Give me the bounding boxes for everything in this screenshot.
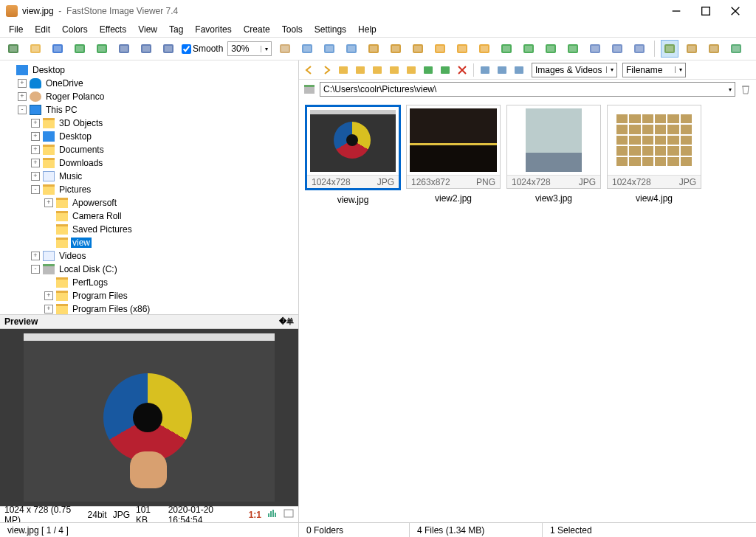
expand-icon[interactable]: +: [31, 145, 40, 154]
fit-button[interactable]: [159, 40, 177, 58]
undo-button[interactable]: [71, 40, 89, 58]
expand-icon[interactable]: +: [18, 92, 27, 101]
sharpen-button[interactable]: [475, 40, 493, 58]
tree-item-desktop[interactable]: Desktop: [1, 63, 298, 77]
menu-help[interactable]: Help: [354, 23, 381, 36]
contrast-button[interactable]: [453, 40, 471, 58]
path-input[interactable]: C:\Users\coolr\Pictures\view\ ▾: [320, 82, 735, 97]
menu-colors[interactable]: Colors: [58, 23, 92, 36]
tree-item-local-disk-c-[interactable]: -Local Disk (C:): [1, 263, 298, 276]
preview-area[interactable]: [0, 329, 298, 506]
menu-edit[interactable]: Edit: [30, 23, 55, 36]
smooth-checkbox[interactable]: Smooth: [182, 44, 223, 54]
save-button[interactable]: [49, 40, 66, 58]
view-list-button[interactable]: [495, 63, 509, 77]
minimize-button[interactable]: [662, 0, 691, 22]
expand-icon[interactable]: -: [18, 105, 27, 114]
expand-icon[interactable]: +: [31, 132, 40, 141]
clone-button[interactable]: [365, 40, 382, 58]
text-button[interactable]: [387, 40, 405, 58]
copy-to-button[interactable]: [387, 63, 402, 77]
maximize-button[interactable]: [691, 0, 721, 22]
tree-item-onedrive[interactable]: +OneDrive: [1, 77, 298, 90]
crop-button[interactable]: [298, 40, 316, 58]
forward-button[interactable]: [319, 63, 334, 77]
preview-header[interactable]: Preview �单: [0, 314, 298, 329]
expand-icon[interactable]: +: [31, 252, 40, 260]
menu-effects[interactable]: Effects: [95, 23, 131, 36]
thumbnail-view-jpg[interactable]: 1024x728JPGview.jpg: [305, 105, 401, 205]
zoom-out-button[interactable]: [137, 40, 155, 58]
menu-file[interactable]: File: [4, 23, 27, 36]
tree-item-camera-roll[interactable]: Camera Roll: [1, 209, 298, 223]
tree-item-documents[interactable]: +Documents: [1, 143, 298, 156]
recycle-bin-icon[interactable]: [738, 82, 753, 97]
thumbnail-grid[interactable]: 1024x728JPGview.jpg1263x872PNGview2.jpg1…: [299, 99, 756, 522]
canvas-button[interactable]: [343, 40, 360, 58]
expand-icon[interactable]: +: [31, 119, 40, 128]
refresh-button[interactable]: [353, 63, 368, 77]
expand-icon[interactable]: +: [18, 79, 27, 88]
compare-button[interactable]: [630, 40, 648, 58]
menu-tag[interactable]: Tag: [165, 23, 188, 36]
tree-item-perflogs[interactable]: PerfLogs: [1, 276, 298, 289]
tree-item-downloads[interactable]: +Downloads: [1, 156, 298, 170]
histogram-icon[interactable]: [267, 509, 278, 520]
menu-create[interactable]: Create: [239, 23, 275, 36]
tree-item-music[interactable]: +Music: [1, 170, 298, 183]
menu-settings[interactable]: Settings: [310, 23, 351, 36]
up-button[interactable]: [336, 63, 351, 77]
print-button[interactable]: [586, 40, 604, 58]
expand-icon[interactable]: +: [44, 198, 53, 207]
slideshow-button[interactable]: [608, 40, 626, 58]
folder-tree[interactable]: Desktop+OneDrive+Roger Polanco-This PC+3…: [0, 60, 298, 314]
fit-window-button[interactable]: [727, 40, 745, 58]
move-to-button[interactable]: [404, 63, 419, 77]
rotate-left-button[interactable]: [498, 40, 515, 58]
redo-button[interactable]: [93, 40, 111, 58]
expand-icon[interactable]: +: [31, 159, 40, 167]
new-folder-button[interactable]: [370, 63, 385, 77]
tree-item-view[interactable]: view: [1, 236, 298, 249]
sort_by-combo[interactable]: Filename▾: [622, 63, 686, 77]
adjust-color-button[interactable]: [409, 40, 427, 58]
tree-item-saved-pictures[interactable]: Saved Pictures: [1, 223, 298, 236]
preview-zoom-ratio[interactable]: 1:1: [249, 510, 261, 520]
favorites-button[interactable]: [421, 63, 436, 77]
zoom-combo[interactable]: 30%▾: [227, 41, 272, 56]
tree-item-apowersoft[interactable]: +Apowersoft: [1, 196, 298, 209]
filter-combo[interactable]: Images & Videos▾: [532, 63, 617, 77]
tree-item-this-pc[interactable]: -This PC: [1, 103, 298, 117]
view-large-button[interactable]: [478, 63, 492, 77]
tree-item-pictures[interactable]: -Pictures: [1, 183, 298, 196]
tree-item-program-files[interactable]: +Program Files: [1, 289, 298, 302]
resize-button[interactable]: [320, 40, 338, 58]
expand-icon[interactable]: +: [31, 172, 40, 181]
zoom-in-button[interactable]: [115, 40, 133, 58]
collapse-icon[interactable]: �单: [279, 316, 294, 327]
tree-item-program-files-x86-[interactable]: +Program Files (x86): [1, 302, 298, 314]
expand-icon[interactable]: +: [44, 291, 53, 300]
sun-button[interactable]: [431, 40, 449, 58]
flip-h-button[interactable]: [564, 40, 582, 58]
fit-icon[interactable]: [284, 509, 294, 520]
path-dropdown-icon[interactable]: ▾: [729, 86, 732, 93]
fullscreen-button[interactable]: [705, 40, 723, 58]
close-button[interactable]: [721, 0, 750, 22]
rotate-right-button[interactable]: [520, 40, 537, 58]
menu-view[interactable]: View: [134, 23, 162, 36]
drive-icon[interactable]: [302, 82, 317, 97]
tree-item-3d-objects[interactable]: +3D Objects: [1, 117, 298, 130]
expand-icon[interactable]: -: [31, 185, 40, 194]
expand-icon[interactable]: +: [44, 305, 53, 313]
delete-button[interactable]: [455, 63, 470, 77]
tree-item-roger-polanco[interactable]: +Roger Polanco: [1, 90, 298, 103]
tree-item-videos[interactable]: +Videos: [1, 249, 298, 263]
expand-icon[interactable]: -: [31, 265, 40, 274]
thumbnail-view3-jpg[interactable]: 1024x728JPGview3.jpg: [506, 105, 602, 204]
open-button[interactable]: [27, 40, 44, 58]
thumbnail-view4-jpg[interactable]: 1024x728JPGview4.jpg: [606, 105, 702, 204]
detail-view-button[interactable]: [683, 40, 701, 58]
hand-button[interactable]: [276, 40, 294, 58]
back-button[interactable]: [302, 63, 317, 77]
